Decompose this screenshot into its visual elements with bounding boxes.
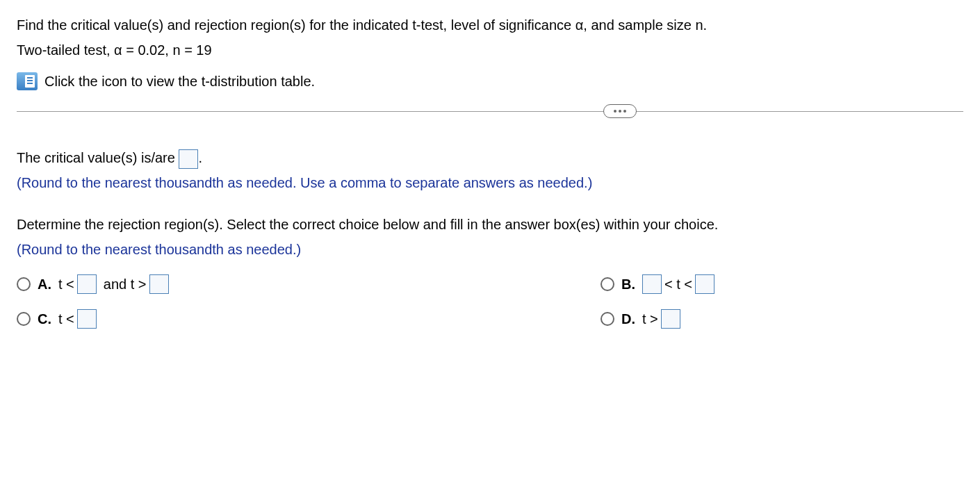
question-line-2: Two-tailed test, α = 0.02, n = 19	[17, 39, 963, 61]
choice-c: C. t <	[17, 309, 420, 329]
radio-d[interactable]	[601, 312, 614, 326]
critical-value-input[interactable]	[179, 149, 198, 169]
choice-a: A. t < and t >	[17, 274, 420, 294]
question-line-1: Find the critical value(s) and rejection…	[17, 14, 963, 36]
choice-b-input-2[interactable]	[695, 274, 714, 294]
choice-c-text1: t <	[58, 311, 74, 327]
divider-line	[17, 111, 963, 112]
choice-c-label: C.	[38, 311, 51, 327]
choice-c-input-1[interactable]	[77, 309, 97, 329]
choice-b-input-1[interactable]	[642, 274, 662, 294]
section-divider	[17, 111, 963, 112]
table-icon[interactable]	[17, 72, 38, 90]
prompt-before: The critical value(s) is/are	[17, 150, 179, 165]
critical-value-hint: (Round to the nearest thousandth as need…	[17, 172, 963, 194]
choice-a-content: A. t < and t >	[38, 274, 169, 294]
choices-grid: A. t < and t > B. < t < C. t <	[17, 274, 851, 329]
choice-d: D. t >	[448, 309, 851, 329]
choice-a-input-2[interactable]	[149, 274, 169, 294]
question-block: Find the critical value(s) and rejection…	[17, 14, 963, 90]
choice-d-text1: t >	[642, 311, 658, 327]
radio-c[interactable]	[17, 312, 31, 326]
critical-value-prompt: The critical value(s) is/are .	[17, 147, 963, 169]
expand-pill[interactable]	[603, 104, 637, 118]
choice-b: B. < t <	[448, 274, 851, 294]
table-icon-line: Click the icon to view the t-distributio…	[17, 72, 963, 90]
radio-a[interactable]	[17, 277, 31, 291]
part2: Determine the rejection region(s). Selec…	[17, 213, 963, 329]
choice-d-label: D.	[621, 311, 635, 327]
choice-a-input-1[interactable]	[77, 274, 97, 294]
choice-b-text1: < t <	[664, 277, 692, 292]
part1: The critical value(s) is/are . (Round to…	[17, 147, 963, 194]
choice-a-text1: t <	[58, 277, 74, 292]
table-icon-text[interactable]: Click the icon to view the t-distributio…	[44, 74, 315, 90]
choice-a-text2: and t >	[104, 277, 147, 292]
choice-d-input-1[interactable]	[661, 309, 680, 329]
rejection-region-prompt: Determine the rejection region(s). Selec…	[17, 213, 963, 236]
choice-b-label: B.	[621, 277, 635, 292]
choice-c-content: C. t <	[38, 309, 97, 329]
rejection-region-hint: (Round to the nearest thousandth as need…	[17, 238, 963, 261]
choice-d-content: D. t >	[621, 309, 680, 329]
radio-b[interactable]	[601, 277, 614, 291]
choice-a-label: A.	[38, 277, 51, 292]
prompt-after: .	[198, 150, 202, 165]
choice-b-content: B. < t <	[621, 274, 714, 294]
